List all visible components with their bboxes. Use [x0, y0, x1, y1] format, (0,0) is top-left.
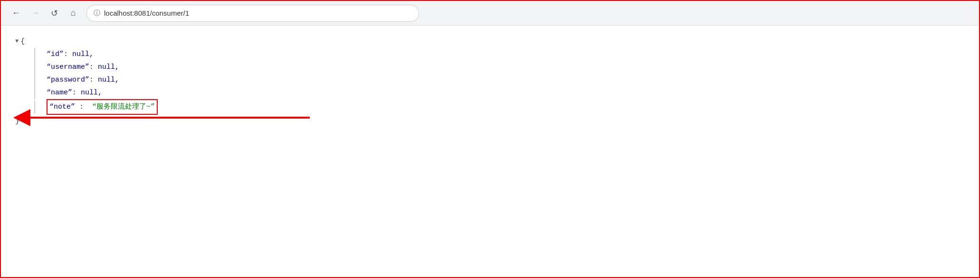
content-area: ▼ { “id” : null, “username” : null,: [1, 26, 979, 277]
json-open-line: ▼ {: [15, 35, 965, 48]
json-line-note: “note” : “服务限流处理了~”: [15, 99, 965, 115]
security-info-icon: ⓘ: [94, 9, 100, 18]
json-line-username: “username” : null,: [15, 61, 965, 74]
home-icon: ⌂: [71, 8, 76, 18]
value-username: null,: [98, 61, 119, 74]
key-password: “password”: [47, 74, 89, 86]
value-note: “服务限流处理了~”: [92, 103, 155, 111]
value-name: null,: [81, 86, 102, 99]
back-icon: ←: [12, 8, 20, 18]
json-line-name: “name” : null,: [15, 86, 965, 99]
key-name: “name”: [47, 86, 72, 99]
json-line-id: “id” : null,: [15, 48, 965, 61]
reload-icon: ↺: [51, 8, 58, 19]
json-line-password: “password” : null,: [15, 74, 965, 86]
colon-note: :: [79, 103, 88, 111]
json-viewer: ▼ { “id” : null, “username” : null,: [15, 35, 965, 128]
browser-toolbar: ← → ↺ ⌂ ⓘ localhost:8081/consumer/1: [1, 1, 979, 26]
home-button[interactable]: ⌂: [66, 6, 81, 21]
arrow-head: [13, 109, 30, 126]
colon-id: :: [64, 48, 72, 61]
value-password: null,: [98, 74, 119, 86]
annotation-arrow: [29, 117, 310, 119]
back-button[interactable]: ←: [9, 6, 24, 21]
key-id: “id”: [47, 48, 64, 61]
colon-password: :: [89, 74, 98, 86]
forward-button[interactable]: →: [28, 6, 43, 21]
key-note: “note”: [49, 103, 75, 111]
browser-window: ← → ↺ ⌂ ⓘ localhost:8081/consumer/1 ▼ {: [0, 0, 980, 278]
value-id: null,: [72, 48, 94, 61]
forward-icon: →: [31, 8, 39, 18]
colon-name: :: [72, 86, 81, 99]
open-brace: {: [20, 35, 25, 48]
note-highlight-box: “note” : “服务限流处理了~”: [47, 99, 158, 115]
arrow-line: [29, 117, 310, 119]
colon-username: :: [89, 61, 98, 74]
nav-buttons: ← → ↺ ⌂: [9, 6, 81, 21]
url-text: localhost:8081/consumer/1: [104, 9, 189, 17]
address-bar[interactable]: ⓘ localhost:8081/consumer/1: [86, 5, 419, 22]
key-username: “username”: [47, 61, 89, 74]
collapse-arrow[interactable]: ▼: [15, 37, 19, 47]
reload-button[interactable]: ↺: [47, 6, 62, 21]
